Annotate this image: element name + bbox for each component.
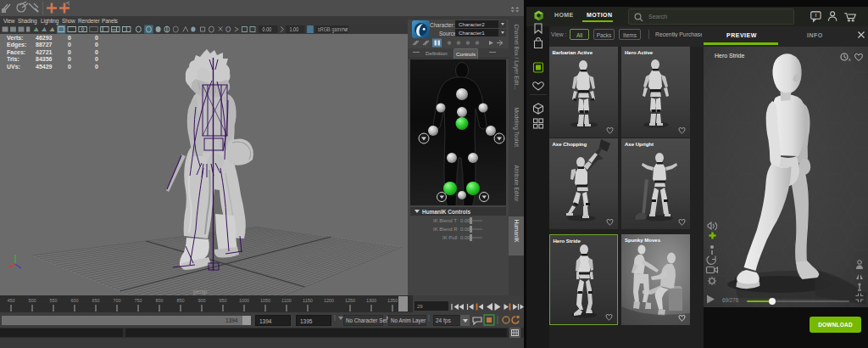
svg-text:600: 600 xyxy=(70,298,78,303)
svg-text:800: 800 xyxy=(155,298,163,303)
svg-text:750: 750 xyxy=(134,298,142,303)
svg-text:1000: 1000 xyxy=(239,298,249,303)
svg-text:1100: 1100 xyxy=(281,298,292,303)
svg-text:1.00: 1.00 xyxy=(289,27,298,32)
svg-text:650: 650 xyxy=(92,298,99,303)
svg-text:1300: 1300 xyxy=(366,298,376,303)
svg-text:1350: 1350 xyxy=(387,298,398,303)
svg-text:900: 900 xyxy=(198,298,205,303)
svg-text:29: 29 xyxy=(417,304,423,309)
svg-text:1150: 1150 xyxy=(303,298,313,303)
svg-text:550: 550 xyxy=(49,298,57,303)
svg-text:950: 950 xyxy=(219,298,226,303)
svg-text:1050: 1050 xyxy=(260,298,270,303)
svg-text:sRGB gamma: sRGB gamma xyxy=(318,27,348,32)
svg-text:500: 500 xyxy=(28,298,36,303)
svg-text:!: ! xyxy=(815,12,816,18)
svg-text:0.00: 0.00 xyxy=(263,27,272,32)
svg-text:850: 850 xyxy=(176,298,184,303)
svg-text:1250: 1250 xyxy=(345,298,355,303)
svg-text:450: 450 xyxy=(7,298,14,303)
svg-text:1200: 1200 xyxy=(324,298,334,303)
svg-text:s: s xyxy=(849,57,851,62)
svg-text:700: 700 xyxy=(113,298,120,303)
